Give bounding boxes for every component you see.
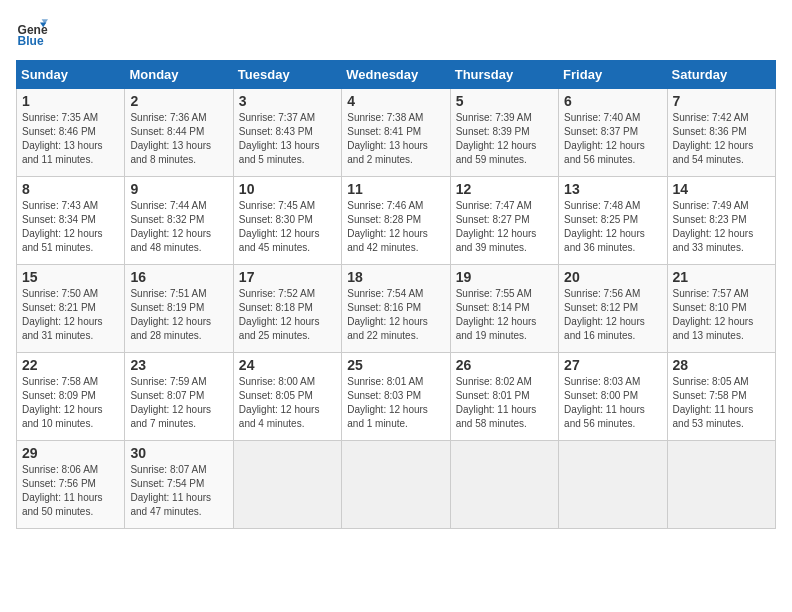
- day-number: 28: [673, 357, 770, 373]
- cell-content: Sunrise: 8:01 AM Sunset: 8:03 PM Dayligh…: [347, 375, 444, 431]
- day-number: 27: [564, 357, 661, 373]
- page-header: General Blue: [16, 16, 776, 48]
- calendar-week-row: 29Sunrise: 8:06 AM Sunset: 7:56 PM Dayli…: [17, 441, 776, 529]
- calendar-cell: [233, 441, 341, 529]
- day-number: 25: [347, 357, 444, 373]
- cell-content: Sunrise: 7:37 AM Sunset: 8:43 PM Dayligh…: [239, 111, 336, 167]
- calendar-cell: 8Sunrise: 7:43 AM Sunset: 8:34 PM Daylig…: [17, 177, 125, 265]
- day-number: 11: [347, 181, 444, 197]
- day-number: 13: [564, 181, 661, 197]
- calendar-cell: 1Sunrise: 7:35 AM Sunset: 8:46 PM Daylig…: [17, 89, 125, 177]
- cell-content: Sunrise: 7:51 AM Sunset: 8:19 PM Dayligh…: [130, 287, 227, 343]
- day-number: 19: [456, 269, 553, 285]
- cell-content: Sunrise: 7:58 AM Sunset: 8:09 PM Dayligh…: [22, 375, 119, 431]
- day-number: 7: [673, 93, 770, 109]
- day-number: 16: [130, 269, 227, 285]
- logo-icon: General Blue: [16, 16, 48, 48]
- cell-content: Sunrise: 7:59 AM Sunset: 8:07 PM Dayligh…: [130, 375, 227, 431]
- cell-content: Sunrise: 7:47 AM Sunset: 8:27 PM Dayligh…: [456, 199, 553, 255]
- cell-content: Sunrise: 8:03 AM Sunset: 8:00 PM Dayligh…: [564, 375, 661, 431]
- cell-content: Sunrise: 8:00 AM Sunset: 8:05 PM Dayligh…: [239, 375, 336, 431]
- day-number: 12: [456, 181, 553, 197]
- weekday-header-monday: Monday: [125, 61, 233, 89]
- cell-content: Sunrise: 7:49 AM Sunset: 8:23 PM Dayligh…: [673, 199, 770, 255]
- weekday-header-wednesday: Wednesday: [342, 61, 450, 89]
- calendar-cell: 26Sunrise: 8:02 AM Sunset: 8:01 PM Dayli…: [450, 353, 558, 441]
- cell-content: Sunrise: 7:46 AM Sunset: 8:28 PM Dayligh…: [347, 199, 444, 255]
- day-number: 2: [130, 93, 227, 109]
- calendar-cell: 13Sunrise: 7:48 AM Sunset: 8:25 PM Dayli…: [559, 177, 667, 265]
- day-number: 15: [22, 269, 119, 285]
- day-number: 5: [456, 93, 553, 109]
- day-number: 10: [239, 181, 336, 197]
- calendar-cell: 18Sunrise: 7:54 AM Sunset: 8:16 PM Dayli…: [342, 265, 450, 353]
- calendar-cell: 17Sunrise: 7:52 AM Sunset: 8:18 PM Dayli…: [233, 265, 341, 353]
- day-number: 1: [22, 93, 119, 109]
- day-number: 9: [130, 181, 227, 197]
- day-number: 17: [239, 269, 336, 285]
- day-number: 22: [22, 357, 119, 373]
- cell-content: Sunrise: 8:06 AM Sunset: 7:56 PM Dayligh…: [22, 463, 119, 519]
- cell-content: Sunrise: 7:42 AM Sunset: 8:36 PM Dayligh…: [673, 111, 770, 167]
- cell-content: Sunrise: 8:05 AM Sunset: 7:58 PM Dayligh…: [673, 375, 770, 431]
- calendar-cell: 28Sunrise: 8:05 AM Sunset: 7:58 PM Dayli…: [667, 353, 775, 441]
- calendar-cell: [342, 441, 450, 529]
- calendar-week-row: 1Sunrise: 7:35 AM Sunset: 8:46 PM Daylig…: [17, 89, 776, 177]
- weekday-header-saturday: Saturday: [667, 61, 775, 89]
- calendar-cell: 30Sunrise: 8:07 AM Sunset: 7:54 PM Dayli…: [125, 441, 233, 529]
- calendar-week-row: 22Sunrise: 7:58 AM Sunset: 8:09 PM Dayli…: [17, 353, 776, 441]
- calendar-cell: 15Sunrise: 7:50 AM Sunset: 8:21 PM Dayli…: [17, 265, 125, 353]
- calendar-cell: [559, 441, 667, 529]
- cell-content: Sunrise: 7:39 AM Sunset: 8:39 PM Dayligh…: [456, 111, 553, 167]
- day-number: 30: [130, 445, 227, 461]
- calendar-cell: [450, 441, 558, 529]
- cell-content: Sunrise: 7:52 AM Sunset: 8:18 PM Dayligh…: [239, 287, 336, 343]
- cell-content: Sunrise: 8:07 AM Sunset: 7:54 PM Dayligh…: [130, 463, 227, 519]
- weekday-header-row: SundayMondayTuesdayWednesdayThursdayFrid…: [17, 61, 776, 89]
- day-number: 8: [22, 181, 119, 197]
- calendar-cell: 5Sunrise: 7:39 AM Sunset: 8:39 PM Daylig…: [450, 89, 558, 177]
- logo: General Blue: [16, 16, 52, 48]
- calendar-table: SundayMondayTuesdayWednesdayThursdayFrid…: [16, 60, 776, 529]
- calendar-cell: 20Sunrise: 7:56 AM Sunset: 8:12 PM Dayli…: [559, 265, 667, 353]
- calendar-cell: 29Sunrise: 8:06 AM Sunset: 7:56 PM Dayli…: [17, 441, 125, 529]
- day-number: 21: [673, 269, 770, 285]
- calendar-cell: 16Sunrise: 7:51 AM Sunset: 8:19 PM Dayli…: [125, 265, 233, 353]
- cell-content: Sunrise: 7:35 AM Sunset: 8:46 PM Dayligh…: [22, 111, 119, 167]
- cell-content: Sunrise: 7:54 AM Sunset: 8:16 PM Dayligh…: [347, 287, 444, 343]
- weekday-header-friday: Friday: [559, 61, 667, 89]
- calendar-cell: 12Sunrise: 7:47 AM Sunset: 8:27 PM Dayli…: [450, 177, 558, 265]
- cell-content: Sunrise: 7:55 AM Sunset: 8:14 PM Dayligh…: [456, 287, 553, 343]
- cell-content: Sunrise: 7:36 AM Sunset: 8:44 PM Dayligh…: [130, 111, 227, 167]
- calendar-cell: 24Sunrise: 8:00 AM Sunset: 8:05 PM Dayli…: [233, 353, 341, 441]
- cell-content: Sunrise: 7:57 AM Sunset: 8:10 PM Dayligh…: [673, 287, 770, 343]
- day-number: 24: [239, 357, 336, 373]
- day-number: 23: [130, 357, 227, 373]
- calendar-cell: 19Sunrise: 7:55 AM Sunset: 8:14 PM Dayli…: [450, 265, 558, 353]
- day-number: 18: [347, 269, 444, 285]
- cell-content: Sunrise: 7:43 AM Sunset: 8:34 PM Dayligh…: [22, 199, 119, 255]
- cell-content: Sunrise: 7:48 AM Sunset: 8:25 PM Dayligh…: [564, 199, 661, 255]
- calendar-cell: 4Sunrise: 7:38 AM Sunset: 8:41 PM Daylig…: [342, 89, 450, 177]
- calendar-week-row: 15Sunrise: 7:50 AM Sunset: 8:21 PM Dayli…: [17, 265, 776, 353]
- day-number: 6: [564, 93, 661, 109]
- weekday-header-sunday: Sunday: [17, 61, 125, 89]
- calendar-cell: 25Sunrise: 8:01 AM Sunset: 8:03 PM Dayli…: [342, 353, 450, 441]
- calendar-cell: 22Sunrise: 7:58 AM Sunset: 8:09 PM Dayli…: [17, 353, 125, 441]
- day-number: 14: [673, 181, 770, 197]
- weekday-header-thursday: Thursday: [450, 61, 558, 89]
- cell-content: Sunrise: 8:02 AM Sunset: 8:01 PM Dayligh…: [456, 375, 553, 431]
- day-number: 4: [347, 93, 444, 109]
- day-number: 26: [456, 357, 553, 373]
- cell-content: Sunrise: 7:38 AM Sunset: 8:41 PM Dayligh…: [347, 111, 444, 167]
- cell-content: Sunrise: 7:56 AM Sunset: 8:12 PM Dayligh…: [564, 287, 661, 343]
- calendar-cell: 9Sunrise: 7:44 AM Sunset: 8:32 PM Daylig…: [125, 177, 233, 265]
- calendar-cell: 11Sunrise: 7:46 AM Sunset: 8:28 PM Dayli…: [342, 177, 450, 265]
- cell-content: Sunrise: 7:50 AM Sunset: 8:21 PM Dayligh…: [22, 287, 119, 343]
- calendar-cell: 2Sunrise: 7:36 AM Sunset: 8:44 PM Daylig…: [125, 89, 233, 177]
- calendar-cell: 27Sunrise: 8:03 AM Sunset: 8:00 PM Dayli…: [559, 353, 667, 441]
- day-number: 20: [564, 269, 661, 285]
- cell-content: Sunrise: 7:45 AM Sunset: 8:30 PM Dayligh…: [239, 199, 336, 255]
- day-number: 29: [22, 445, 119, 461]
- calendar-cell: [667, 441, 775, 529]
